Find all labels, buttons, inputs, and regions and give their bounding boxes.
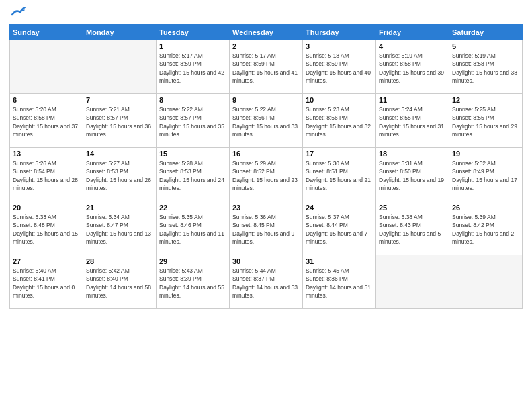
day-info: Sunrise: 5:35 AM Sunset: 8:46 PM Dayligh…	[159, 213, 226, 246]
calendar-cell: 2Sunrise: 5:17 AM Sunset: 8:59 PM Daylig…	[230, 40, 303, 94]
weekday-header: Sunday	[10, 25, 83, 40]
day-number: 23	[232, 203, 300, 212]
page: SundayMondayTuesdayWednesdayThursdayFrid…	[0, 0, 532, 411]
weekday-header: Tuesday	[157, 25, 230, 40]
day-info: Sunrise: 5:17 AM Sunset: 8:59 PM Dayligh…	[159, 52, 226, 85]
day-info: Sunrise: 5:32 AM Sunset: 8:49 PM Dayligh…	[452, 159, 519, 192]
calendar-cell: 27Sunrise: 5:40 AM Sunset: 8:41 PM Dayli…	[10, 255, 83, 309]
calendar-cell: 30Sunrise: 5:44 AM Sunset: 8:37 PM Dayli…	[230, 255, 303, 309]
calendar-week-row: 6Sunrise: 5:20 AM Sunset: 8:58 PM Daylig…	[10, 94, 523, 148]
day-number: 18	[379, 150, 446, 158]
day-number: 24	[306, 203, 373, 212]
day-number: 25	[379, 203, 446, 212]
day-number: 2	[232, 42, 300, 50]
day-number: 27	[13, 257, 80, 265]
calendar-cell: 23Sunrise: 5:36 AM Sunset: 8:45 PM Dayli…	[230, 201, 303, 255]
day-info: Sunrise: 5:44 AM Sunset: 8:37 PM Dayligh…	[232, 267, 300, 300]
day-number: 28	[86, 257, 153, 265]
day-number: 22	[159, 203, 226, 212]
day-info: Sunrise: 5:24 AM Sunset: 8:55 PM Dayligh…	[379, 105, 446, 138]
day-info: Sunrise: 5:22 AM Sunset: 8:56 PM Dayligh…	[232, 105, 300, 138]
header	[9, 7, 523, 19]
day-number: 19	[452, 150, 519, 158]
day-info: Sunrise: 5:23 AM Sunset: 8:56 PM Dayligh…	[306, 105, 373, 138]
calendar-cell	[10, 40, 83, 94]
calendar-cell: 29Sunrise: 5:43 AM Sunset: 8:39 PM Dayli…	[157, 255, 230, 309]
day-info: Sunrise: 5:38 AM Sunset: 8:43 PM Dayligh…	[379, 213, 446, 246]
calendar-cell: 16Sunrise: 5:29 AM Sunset: 8:52 PM Dayli…	[230, 148, 303, 201]
day-info: Sunrise: 5:28 AM Sunset: 8:53 PM Dayligh…	[159, 159, 226, 192]
weekday-header: Saturday	[449, 25, 523, 40]
day-number: 12	[452, 96, 519, 104]
calendar-cell: 18Sunrise: 5:31 AM Sunset: 8:50 PM Dayli…	[376, 148, 449, 201]
day-info: Sunrise: 5:18 AM Sunset: 8:59 PM Dayligh…	[306, 52, 373, 85]
day-number: 10	[306, 96, 373, 104]
day-number: 11	[379, 96, 446, 104]
calendar-week-row: 1Sunrise: 5:17 AM Sunset: 8:59 PM Daylig…	[10, 40, 523, 94]
calendar-cell: 15Sunrise: 5:28 AM Sunset: 8:53 PM Dayli…	[157, 148, 230, 201]
day-number: 14	[86, 150, 153, 158]
calendar-table: SundayMondayTuesdayWednesdayThursdayFrid…	[9, 24, 523, 309]
day-number: 13	[13, 150, 80, 158]
calendar-cell	[83, 40, 157, 94]
day-info: Sunrise: 5:25 AM Sunset: 8:55 PM Dayligh…	[452, 105, 519, 138]
day-info: Sunrise: 5:19 AM Sunset: 8:58 PM Dayligh…	[452, 52, 519, 85]
day-number: 29	[159, 257, 226, 265]
calendar-header-row: SundayMondayTuesdayWednesdayThursdayFrid…	[10, 25, 523, 40]
day-number: 1	[159, 42, 226, 50]
day-info: Sunrise: 5:26 AM Sunset: 8:54 PM Dayligh…	[13, 159, 80, 192]
calendar-week-row: 27Sunrise: 5:40 AM Sunset: 8:41 PM Dayli…	[10, 255, 523, 309]
day-number: 6	[13, 96, 80, 104]
day-number: 15	[159, 150, 226, 158]
day-number: 16	[232, 150, 300, 158]
calendar-cell: 7Sunrise: 5:21 AM Sunset: 8:57 PM Daylig…	[83, 94, 157, 148]
calendar-week-row: 20Sunrise: 5:33 AM Sunset: 8:48 PM Dayli…	[10, 201, 523, 255]
calendar-cell: 17Sunrise: 5:30 AM Sunset: 8:51 PM Dayli…	[303, 148, 376, 201]
day-info: Sunrise: 5:34 AM Sunset: 8:47 PM Dayligh…	[86, 213, 153, 246]
calendar-cell: 6Sunrise: 5:20 AM Sunset: 8:58 PM Daylig…	[10, 94, 83, 148]
logo	[9, 7, 26, 19]
day-info: Sunrise: 5:22 AM Sunset: 8:57 PM Dayligh…	[159, 105, 226, 138]
day-info: Sunrise: 5:33 AM Sunset: 8:48 PM Dayligh…	[13, 213, 80, 246]
calendar-cell: 19Sunrise: 5:32 AM Sunset: 8:49 PM Dayli…	[449, 148, 523, 201]
calendar-week-row: 13Sunrise: 5:26 AM Sunset: 8:54 PM Dayli…	[10, 148, 523, 201]
day-number: 7	[86, 96, 153, 104]
day-number: 26	[452, 203, 519, 212]
calendar-cell: 20Sunrise: 5:33 AM Sunset: 8:48 PM Dayli…	[10, 201, 83, 255]
calendar-cell: 28Sunrise: 5:42 AM Sunset: 8:40 PM Dayli…	[83, 255, 157, 309]
day-info: Sunrise: 5:29 AM Sunset: 8:52 PM Dayligh…	[232, 159, 300, 192]
day-info: Sunrise: 5:43 AM Sunset: 8:39 PM Dayligh…	[159, 267, 226, 300]
day-number: 5	[452, 42, 519, 50]
day-number: 31	[306, 257, 373, 265]
day-info: Sunrise: 5:19 AM Sunset: 8:58 PM Dayligh…	[379, 52, 446, 85]
day-info: Sunrise: 5:39 AM Sunset: 8:42 PM Dayligh…	[452, 213, 519, 246]
day-number: 8	[159, 96, 226, 104]
weekday-header: Friday	[376, 25, 449, 40]
day-info: Sunrise: 5:21 AM Sunset: 8:57 PM Dayligh…	[86, 105, 153, 138]
calendar-cell: 1Sunrise: 5:17 AM Sunset: 8:59 PM Daylig…	[157, 40, 230, 94]
day-info: Sunrise: 5:37 AM Sunset: 8:44 PM Dayligh…	[306, 213, 373, 246]
calendar-cell: 8Sunrise: 5:22 AM Sunset: 8:57 PM Daylig…	[157, 94, 230, 148]
day-info: Sunrise: 5:42 AM Sunset: 8:40 PM Dayligh…	[86, 267, 153, 300]
calendar-cell: 22Sunrise: 5:35 AM Sunset: 8:46 PM Dayli…	[157, 201, 230, 255]
day-info: Sunrise: 5:36 AM Sunset: 8:45 PM Dayligh…	[232, 213, 300, 246]
day-number: 21	[86, 203, 153, 212]
calendar-cell: 4Sunrise: 5:19 AM Sunset: 8:58 PM Daylig…	[376, 40, 449, 94]
day-number: 17	[306, 150, 373, 158]
calendar-cell: 11Sunrise: 5:24 AM Sunset: 8:55 PM Dayli…	[376, 94, 449, 148]
calendar-cell: 24Sunrise: 5:37 AM Sunset: 8:44 PM Dayli…	[303, 201, 376, 255]
calendar-cell: 31Sunrise: 5:45 AM Sunset: 8:36 PM Dayli…	[303, 255, 376, 309]
calendar-cell	[449, 255, 523, 309]
day-info: Sunrise: 5:17 AM Sunset: 8:59 PM Dayligh…	[232, 52, 300, 85]
logo-bird-icon	[11, 7, 26, 17]
weekday-header: Thursday	[303, 25, 376, 40]
calendar-cell: 3Sunrise: 5:18 AM Sunset: 8:59 PM Daylig…	[303, 40, 376, 94]
calendar-cell: 14Sunrise: 5:27 AM Sunset: 8:53 PM Dayli…	[83, 148, 157, 201]
weekday-header: Monday	[83, 25, 157, 40]
day-number: 3	[306, 42, 373, 50]
calendar-cell: 5Sunrise: 5:19 AM Sunset: 8:58 PM Daylig…	[449, 40, 523, 94]
calendar-cell: 25Sunrise: 5:38 AM Sunset: 8:43 PM Dayli…	[376, 201, 449, 255]
day-info: Sunrise: 5:31 AM Sunset: 8:50 PM Dayligh…	[379, 159, 446, 192]
calendar-cell: 9Sunrise: 5:22 AM Sunset: 8:56 PM Daylig…	[230, 94, 303, 148]
weekday-header: Wednesday	[230, 25, 303, 40]
